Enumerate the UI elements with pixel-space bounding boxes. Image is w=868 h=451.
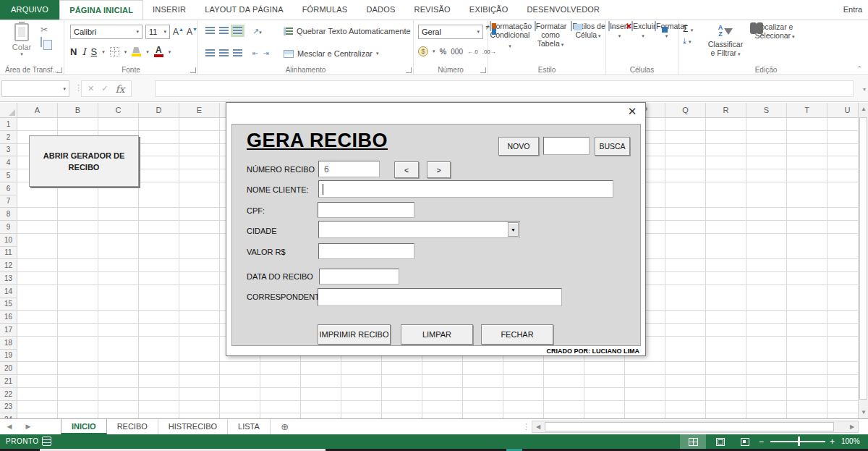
row-header-3[interactable]: 3 xyxy=(0,144,17,157)
row-header-7[interactable]: 7 xyxy=(0,195,17,208)
formula-input[interactable] xyxy=(155,80,854,97)
sheet-tab-histrecibo[interactable]: HISTRECIBO xyxy=(158,419,228,434)
underline-button[interactable]: S xyxy=(91,46,98,57)
row-header-22[interactable]: 22 xyxy=(0,388,17,401)
novo-button[interactable]: NOVO xyxy=(498,137,539,156)
correspondente-input[interactable] xyxy=(318,288,562,306)
align-left-button[interactable] xyxy=(205,49,215,57)
row-header-15[interactable]: 15 xyxy=(0,298,17,311)
numero-recibo-input[interactable]: 6 xyxy=(318,161,380,177)
column-header-S[interactable]: S xyxy=(746,103,787,118)
column-header-R[interactable]: R xyxy=(706,103,746,118)
scroll-up-button[interactable]: ▲ xyxy=(859,103,868,115)
search-number-input[interactable] xyxy=(543,137,590,155)
row-header-12[interactable]: 12 xyxy=(0,259,17,272)
row-header-18[interactable]: 18 xyxy=(0,337,17,350)
font-color-button[interactable]: A xyxy=(154,46,163,57)
decrease-font-button[interactable]: A▼ xyxy=(187,27,197,37)
imprimir-recibo-button[interactable]: IMPRIMIR RECIBO xyxy=(318,324,391,345)
nome-cliente-input[interactable] xyxy=(318,180,613,198)
tab-arquivo[interactable]: ARQUIVO xyxy=(0,0,59,20)
vertical-scroll-thumb[interactable] xyxy=(859,117,867,400)
zoom-in-button[interactable]: + xyxy=(830,437,835,447)
align-top-button[interactable] xyxy=(205,27,215,35)
row-header-8[interactable]: 8 xyxy=(0,208,17,221)
paste-button[interactable]: Colar ▾ xyxy=(6,23,38,57)
align-right-button[interactable] xyxy=(233,49,242,57)
normal-view-button[interactable] xyxy=(680,434,706,449)
merge-center-button[interactable]: Mesclar e Centralizar ▾ xyxy=(284,49,378,58)
row-header-19[interactable]: 19 xyxy=(0,350,17,363)
borders-button[interactable] xyxy=(110,47,119,56)
font-name-combo[interactable]: Calibri▾ xyxy=(70,25,142,39)
row-header-1[interactable]: 1 xyxy=(0,118,17,131)
row-header-4[interactable]: 4 xyxy=(0,156,17,169)
row-header-17[interactable]: 17 xyxy=(0,324,17,337)
cpf-input[interactable] xyxy=(318,202,414,218)
next-record-button[interactable]: > xyxy=(427,161,451,178)
tab-inserir[interactable]: INSERIR xyxy=(143,0,195,20)
close-icon[interactable]: ✕ xyxy=(625,105,639,118)
cancel-entry-button[interactable]: ✕ xyxy=(88,84,94,93)
column-header-T[interactable]: T xyxy=(787,103,827,118)
alignment-dialog-launcher[interactable] xyxy=(406,67,412,73)
tab-desenvolvedor[interactable]: DESENVOLVEDOR xyxy=(517,0,609,20)
column-header-Q[interactable]: Q xyxy=(665,103,706,118)
column-header-U[interactable]: U xyxy=(827,103,858,118)
increase-font-button[interactable]: A▲ xyxy=(173,27,184,37)
scroll-down-button[interactable]: ▼ xyxy=(859,406,868,418)
accounting-format-button[interactable]: $ xyxy=(418,46,428,56)
tab-formulas[interactable]: FÓRMULAS xyxy=(293,0,357,20)
horizontal-scrollbar[interactable]: ◀ ▶ xyxy=(532,421,859,433)
combo-dropdown-button[interactable]: ▼ xyxy=(508,222,519,237)
autosum-button[interactable]: Σ ▾ xyxy=(683,24,693,34)
name-box[interactable]: ▾ xyxy=(1,80,69,97)
select-all-corner[interactable] xyxy=(0,103,17,118)
tab-revisao[interactable]: REVISÃO xyxy=(405,0,460,20)
prev-record-button[interactable]: < xyxy=(394,161,419,178)
format-as-table-button[interactable]: Formatar como Tabela ▾ xyxy=(530,22,571,51)
horizontal-scroll-thumb[interactable] xyxy=(545,422,834,431)
row-header-13[interactable]: 13 xyxy=(0,272,17,285)
sheet-tab-recibo[interactable]: RECIBO xyxy=(107,419,158,434)
column-header-B[interactable]: B xyxy=(58,103,98,118)
tab-pagina-inicial[interactable]: PÁGINA INICIAL xyxy=(59,0,143,20)
row-header-2[interactable]: 2 xyxy=(0,131,17,144)
row-header-10[interactable]: 10 xyxy=(0,234,17,247)
align-middle-button[interactable] xyxy=(219,27,229,35)
scroll-right-button[interactable]: ▶ xyxy=(846,421,858,432)
cidade-combobox[interactable]: ▼ xyxy=(318,221,520,238)
page-break-view-button[interactable] xyxy=(732,434,758,449)
delete-cells-button[interactable]: Excluir▾ xyxy=(631,22,655,41)
busca-button[interactable]: BUSCA xyxy=(595,137,630,156)
page-layout-view-button[interactable] xyxy=(707,434,733,449)
comma-style-button[interactable]: 000 xyxy=(451,48,463,56)
wrap-text-button[interactable]: Quebrar Texto Automaticamente xyxy=(284,27,411,35)
add-sheet-button[interactable]: ⊕ xyxy=(271,419,299,434)
prev-sheet-arrow[interactable]: ◀ xyxy=(0,419,19,434)
sheet-tab-lista[interactable]: LISTA xyxy=(228,419,271,434)
bold-button[interactable]: N xyxy=(70,46,77,57)
next-sheet-arrow[interactable]: ▶ xyxy=(19,419,38,434)
number-format-combo[interactable]: Geral▾ xyxy=(418,25,483,39)
font-dialog-launcher[interactable] xyxy=(190,67,196,73)
column-header-D[interactable]: D xyxy=(139,103,179,118)
align-bottom-button[interactable] xyxy=(233,27,242,35)
align-center-button[interactable] xyxy=(219,49,229,57)
clipboard-dialog-launcher[interactable] xyxy=(56,67,62,73)
fill-button[interactable]: ⤓ ▾ xyxy=(683,36,691,46)
column-header-C[interactable]: C xyxy=(98,103,139,118)
percent-style-button[interactable]: % xyxy=(440,47,447,56)
decrease-indent-button[interactable]: ⇤ xyxy=(252,49,258,57)
expand-formula-bar-button[interactable]: ▾ xyxy=(863,86,866,93)
sort-filter-button[interactable]: AZ Classificar e Filtrar ▾ xyxy=(703,22,748,59)
orientation-button[interactable]: ↗▾ xyxy=(252,27,262,36)
format-cells-button[interactable]: Formatar▾ xyxy=(655,22,678,41)
row-header-16[interactable]: 16 xyxy=(0,311,17,324)
row-header-20[interactable]: 20 xyxy=(0,362,17,375)
column-header-E[interactable]: E xyxy=(179,103,220,118)
cut-button[interactable]: ✂ xyxy=(41,25,48,35)
sheet-tab-inicio[interactable]: INICIO xyxy=(61,419,107,434)
zoom-slider-thumb[interactable] xyxy=(798,437,800,446)
open-receipt-generator-button[interactable]: ABRIR GERADOR DE RECIBO xyxy=(29,135,139,187)
